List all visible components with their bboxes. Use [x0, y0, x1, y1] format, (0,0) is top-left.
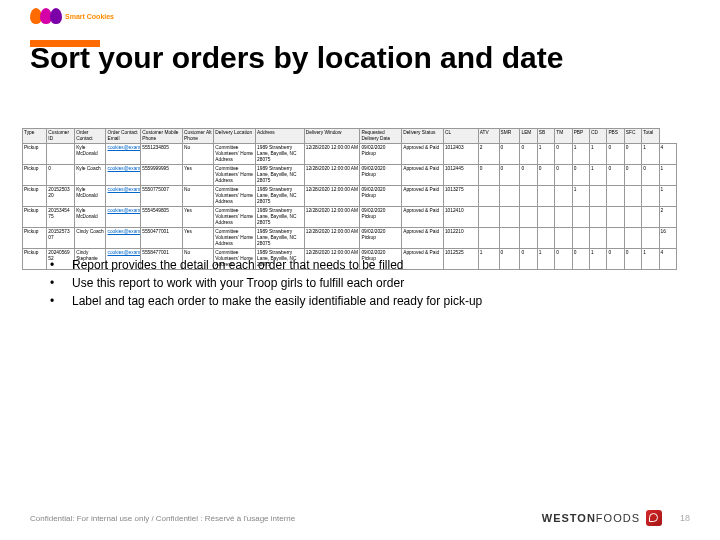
table-cell: Kyle McDonald — [75, 144, 106, 165]
table-cell: Committee Volunteers' Home Address — [214, 207, 256, 228]
table-cell: Yes — [183, 165, 214, 186]
table-cell: cookies@example.com — [106, 144, 141, 165]
table-cell: Yes — [183, 228, 214, 249]
table-cell: 12/28/2020 12:00:00 AM — [304, 144, 360, 165]
table-cell: Approved & Paid — [402, 186, 444, 207]
table-cell: 1989 Strawberry Lane, Bayville, NC 28075 — [256, 207, 305, 228]
table-cell: 5559999995 — [141, 165, 183, 186]
column-header: Total — [642, 129, 659, 144]
table-cell: Approved & Paid — [402, 144, 444, 165]
table-cell: 12/28/2020 12:00:00 AM — [304, 165, 360, 186]
table-cell: 20153454 75 — [47, 207, 75, 228]
column-header: Requested Delivery Date — [360, 129, 402, 144]
table-cell: 1012410 — [443, 207, 478, 228]
table-cell: 0 — [555, 165, 572, 186]
table-cell — [555, 186, 572, 207]
table-cell: 1 — [537, 249, 554, 270]
weston-icon — [646, 510, 662, 526]
table-row: Pickup20152573 07Cindy Coachcookies@exam… — [23, 228, 698, 249]
table-cell: 0 — [607, 165, 624, 186]
table-cell: cookies@example.com — [106, 228, 141, 249]
table-cell — [537, 207, 554, 228]
list-item: Use this report to work with your Troop … — [50, 274, 482, 292]
table-cell — [624, 186, 641, 207]
table-cell: 0 — [499, 165, 520, 186]
column-header: LEM — [520, 129, 537, 144]
table-cell: 0 — [642, 165, 659, 186]
table-cell: 1 — [642, 144, 659, 165]
table-cell: Yes — [183, 207, 214, 228]
table-cell: 4 — [659, 249, 676, 270]
table-cell: 1989 Strawberry Lane, Bayville, NC 28075 — [256, 186, 305, 207]
column-header: Address — [256, 129, 305, 144]
table-cell: 1 — [537, 144, 554, 165]
table-cell: 5550477001 — [141, 228, 183, 249]
table-cell: Pickup — [23, 228, 47, 249]
table-row: Pickup20153454 75Kyle McDonaldcookies@ex… — [23, 207, 698, 228]
table-cell — [537, 228, 554, 249]
table-cell: 0 — [478, 165, 499, 186]
table-cell — [499, 228, 520, 249]
table-cell — [624, 228, 641, 249]
table-cell: No — [183, 144, 214, 165]
column-header: TM — [555, 129, 572, 144]
column-header: Delivery Window — [304, 129, 360, 144]
table-cell: 1 — [659, 165, 676, 186]
table-cell: 20152573 07 — [47, 228, 75, 249]
table-cell: 0 — [572, 249, 589, 270]
table-cell: 1013275 — [443, 186, 478, 207]
table-cell: Committee Volunteers' Home Address — [214, 144, 256, 165]
table-cell — [478, 186, 499, 207]
column-header: CL — [443, 129, 478, 144]
table-cell: 0 — [520, 144, 537, 165]
table-cell — [537, 186, 554, 207]
table-cell: Pickup — [23, 186, 47, 207]
table-cell: No — [183, 186, 214, 207]
table-cell: Kyle Coach — [75, 165, 106, 186]
table-cell: Committee Volunteers' Home Address — [214, 165, 256, 186]
column-header: Customer Mobile Phone — [141, 129, 183, 144]
table-cell: 09/02/2020 Pickup — [360, 228, 402, 249]
table-row: Pickup0Kyle Coachcookies@example.com5559… — [23, 165, 698, 186]
list-item: Label and tag each order to make the eas… — [50, 292, 482, 310]
table-cell: 1012210 — [443, 228, 478, 249]
table-cell: 12/28/2020 12:00:00 AM — [304, 186, 360, 207]
table-cell — [499, 207, 520, 228]
table-cell: cookies@example.com — [106, 207, 141, 228]
table-cell: 4 — [659, 144, 676, 165]
table-cell: 0 — [572, 165, 589, 186]
list-item: Report provides the detail on each order… — [50, 256, 482, 274]
smart-cookies-logo: Smart Cookies — [30, 8, 114, 24]
table-cell: 0 — [47, 165, 75, 186]
logo-balloons-icon — [30, 8, 60, 24]
table-cell: 0 — [520, 165, 537, 186]
table-cell — [642, 207, 659, 228]
table-cell — [478, 207, 499, 228]
column-header: SFC — [624, 129, 641, 144]
table-cell: 5554549805 — [141, 207, 183, 228]
column-header: SB — [537, 129, 554, 144]
table-cell: 0 — [499, 144, 520, 165]
footer-brand: WESTONFOODS 18 — [542, 510, 690, 526]
table-cell — [607, 228, 624, 249]
table-cell — [590, 207, 607, 228]
column-header: ATV — [478, 129, 499, 144]
table-cell: cookies@example.com — [106, 186, 141, 207]
table-cell: 1 — [590, 165, 607, 186]
table-cell: 0 — [555, 144, 572, 165]
table-cell: 0 — [499, 249, 520, 270]
table-cell: 2 — [659, 207, 676, 228]
table-cell — [624, 207, 641, 228]
table-cell: Approved & Paid — [402, 207, 444, 228]
table-cell — [520, 186, 537, 207]
column-header: CD — [590, 129, 607, 144]
table-cell: Kyle McDonald — [75, 207, 106, 228]
column-header: Customer Alt Phone — [183, 129, 214, 144]
table-cell: 0 — [537, 165, 554, 186]
bullet-list: Report provides the detail on each order… — [50, 256, 482, 310]
table-cell — [642, 186, 659, 207]
table-cell — [499, 186, 520, 207]
table-cell: 0 — [607, 249, 624, 270]
table-cell: Pickup — [23, 144, 47, 165]
table-cell: 0 — [624, 165, 641, 186]
